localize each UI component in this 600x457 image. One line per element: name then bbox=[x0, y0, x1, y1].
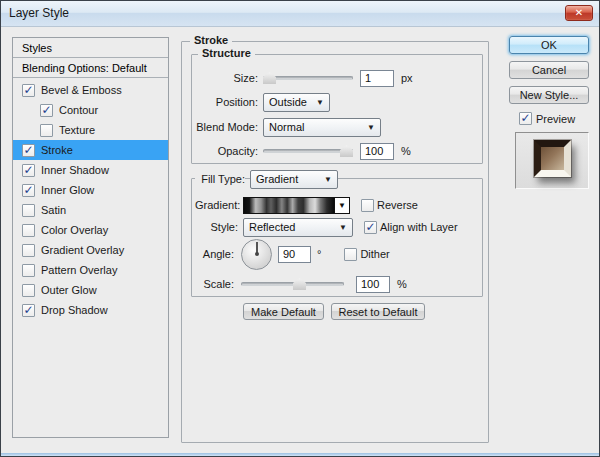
style-item-contour[interactable]: ✓Contour bbox=[13, 100, 168, 120]
title-bar[interactable]: Layer Style ✕ bbox=[1, 1, 599, 27]
gradient-swatch[interactable] bbox=[243, 197, 335, 214]
opacity-slider[interactable] bbox=[263, 145, 353, 157]
scale-unit: % bbox=[397, 278, 407, 290]
style-item-label: Outer Glow bbox=[41, 284, 97, 296]
stroke-panel-title: Stroke bbox=[190, 34, 232, 46]
close-icon[interactable]: ✕ bbox=[565, 5, 593, 21]
style-item-checkbox[interactable] bbox=[22, 284, 35, 297]
opacity-label: Opacity: bbox=[211, 145, 258, 157]
dither-label: Dither bbox=[360, 248, 389, 260]
opacity-unit: % bbox=[401, 145, 411, 157]
style-item-checkbox[interactable] bbox=[22, 264, 35, 277]
style-item-gradient-overlay[interactable]: Gradient Overlay bbox=[13, 240, 168, 260]
style-item-label: Contour bbox=[59, 104, 98, 116]
style-item-label: Inner Shadow bbox=[41, 164, 109, 176]
reset-to-default-button[interactable]: Reset to Default bbox=[331, 303, 425, 320]
preview-checkbox[interactable]: ✓ bbox=[519, 112, 532, 125]
style-item-inner-shadow[interactable]: ✓Inner Shadow bbox=[13, 160, 168, 180]
opacity-input[interactable] bbox=[360, 143, 394, 160]
size-unit: px bbox=[401, 72, 413, 84]
chevron-down-icon: ▼ bbox=[367, 123, 375, 132]
blend-mode-value: Normal bbox=[269, 121, 304, 133]
opacity-slider-handle[interactable] bbox=[340, 145, 353, 157]
styles-list-panel: Styles Blending Options: Default ✓Bevel … bbox=[12, 37, 169, 438]
style-item-label: Bevel & Emboss bbox=[41, 84, 122, 96]
styles-list-header: Styles bbox=[13, 38, 168, 58]
style-item-checkbox[interactable]: ✓ bbox=[22, 184, 35, 197]
chevron-down-icon: ▼ bbox=[324, 175, 332, 184]
fill-type-dropdown[interactable]: Gradient ▼ bbox=[250, 170, 338, 189]
position-label: Position: bbox=[211, 96, 258, 108]
style-list: ✓Bevel & Emboss✓ContourTexture✓Stroke✓In… bbox=[13, 80, 168, 320]
angle-label: Angle: bbox=[195, 248, 234, 260]
size-slider-handle[interactable] bbox=[263, 72, 276, 84]
style-item-label: Gradient Overlay bbox=[41, 244, 124, 256]
style-item-outer-glow[interactable]: Outer Glow bbox=[13, 280, 168, 300]
ok-button[interactable]: OK bbox=[509, 36, 589, 54]
structure-heading: Structure bbox=[198, 47, 255, 59]
style-item-color-overlay[interactable]: Color Overlay bbox=[13, 220, 168, 240]
style-item-label: Drop Shadow bbox=[41, 304, 108, 316]
style-item-label: Stroke bbox=[41, 144, 73, 156]
style-item-texture[interactable]: Texture bbox=[13, 120, 168, 140]
gradient-label: Gradient: bbox=[195, 199, 238, 211]
style-item-checkbox[interactable]: ✓ bbox=[40, 104, 53, 117]
chevron-down-icon: ▼ bbox=[339, 223, 347, 232]
make-default-button[interactable]: Make Default bbox=[243, 303, 324, 320]
blending-options-item[interactable]: Blending Options: Default bbox=[13, 58, 168, 78]
gradient-style-dropdown[interactable]: Reflected ▼ bbox=[243, 218, 353, 237]
position-value: Outside bbox=[269, 96, 307, 108]
scale-input[interactable] bbox=[356, 276, 390, 293]
fill-type-value: Gradient bbox=[256, 173, 298, 185]
preview-label: Preview bbox=[536, 113, 575, 125]
style-item-drop-shadow[interactable]: ✓Drop Shadow bbox=[13, 300, 168, 320]
blend-mode-dropdown[interactable]: Normal ▼ bbox=[263, 118, 381, 137]
style-item-pattern-overlay[interactable]: Pattern Overlay bbox=[13, 260, 168, 280]
new-style-button[interactable]: New Style... bbox=[509, 86, 589, 104]
align-with-layer-label: Align with Layer bbox=[380, 221, 458, 233]
angle-dial[interactable] bbox=[241, 239, 272, 270]
size-label: Size: bbox=[211, 72, 258, 84]
cancel-button[interactable]: Cancel bbox=[509, 61, 589, 79]
angle-input[interactable] bbox=[278, 246, 311, 263]
style-preview-thumbnail bbox=[534, 140, 571, 177]
style-preview-box bbox=[515, 132, 589, 189]
style-item-checkbox[interactable]: ✓ bbox=[22, 84, 35, 97]
stroke-panel: Stroke Structure Size: px Position: Outs… bbox=[181, 29, 489, 443]
style-item-checkbox[interactable] bbox=[22, 204, 35, 217]
angle-unit: ° bbox=[317, 248, 321, 260]
style-item-checkbox[interactable] bbox=[22, 224, 35, 237]
style-item-checkbox[interactable] bbox=[40, 124, 53, 137]
style-item-label: Color Overlay bbox=[41, 224, 108, 236]
style-item-label: Satin bbox=[41, 204, 66, 216]
style-item-stroke[interactable]: ✓Stroke bbox=[13, 140, 168, 160]
style-item-label: Inner Glow bbox=[41, 184, 94, 196]
size-input[interactable] bbox=[360, 70, 394, 87]
scale-slider-handle[interactable] bbox=[293, 278, 306, 290]
reverse-checkbox[interactable] bbox=[361, 199, 374, 212]
style-item-label: Pattern Overlay bbox=[41, 264, 117, 276]
style-item-checkbox[interactable] bbox=[22, 244, 35, 257]
style-item-checkbox[interactable]: ✓ bbox=[22, 304, 35, 317]
style-item-bevel-emboss[interactable]: ✓Bevel & Emboss bbox=[13, 80, 168, 100]
window-title: Layer Style bbox=[9, 6, 69, 20]
layer-style-dialog: Layer Style ✕ Styles Blending Options: D… bbox=[0, 0, 600, 457]
fill-type-label: Fill Type: bbox=[195, 171, 245, 187]
style-item-checkbox[interactable]: ✓ bbox=[22, 144, 35, 157]
style-item-satin[interactable]: Satin bbox=[13, 200, 168, 220]
chevron-down-icon: ▼ bbox=[316, 98, 324, 107]
gradient-style-value: Reflected bbox=[249, 221, 295, 233]
scale-slider[interactable] bbox=[241, 278, 344, 290]
gradient-style-label: Style: bbox=[195, 221, 238, 233]
gradient-dropdown-arrow-icon[interactable]: ▼ bbox=[335, 197, 350, 214]
position-dropdown[interactable]: Outside ▼ bbox=[263, 93, 330, 112]
align-with-layer-checkbox[interactable]: ✓ bbox=[364, 221, 377, 234]
scale-label: Scale: bbox=[195, 278, 234, 290]
style-item-checkbox[interactable]: ✓ bbox=[22, 164, 35, 177]
size-slider[interactable] bbox=[263, 72, 353, 84]
style-item-label: Texture bbox=[59, 124, 95, 136]
reverse-label: Reverse bbox=[377, 199, 418, 211]
style-item-inner-glow[interactable]: ✓Inner Glow bbox=[13, 180, 168, 200]
gradient-picker[interactable]: ▼ bbox=[243, 197, 350, 214]
dither-checkbox[interactable] bbox=[344, 248, 357, 261]
